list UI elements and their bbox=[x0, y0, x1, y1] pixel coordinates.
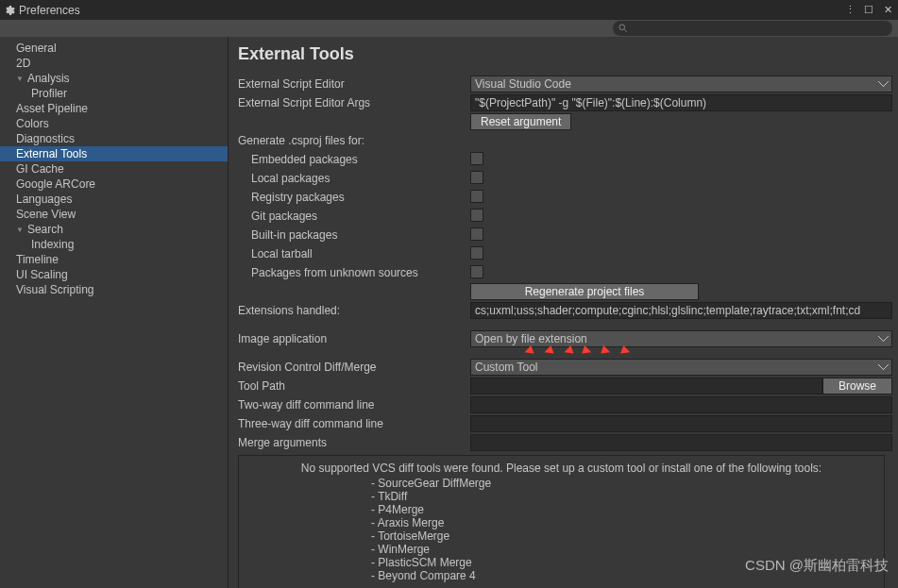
generate-csproj-label: Generate .csproj files for: bbox=[238, 134, 470, 147]
three-way-input[interactable] bbox=[470, 415, 892, 432]
gen-checkbox-packages-from-unknown-sources[interactable] bbox=[470, 265, 483, 278]
gen-item-label: Packages from unknown sources bbox=[238, 266, 470, 279]
gen-item-label: Built-in packages bbox=[238, 228, 470, 242]
two-way-label: Two-way diff command line bbox=[238, 398, 470, 412]
gen-checkbox-local-packages[interactable] bbox=[470, 171, 483, 184]
close-icon[interactable]: ✕ bbox=[881, 4, 894, 17]
browse-button[interactable]: Browse bbox=[822, 378, 892, 395]
sidebar-item-timeline[interactable]: Timeline bbox=[0, 252, 228, 267]
vcs-tool-item: P4Merge bbox=[371, 503, 874, 516]
svg-line-1 bbox=[624, 29, 627, 32]
annotation-arrows: ◄◄◄►►► bbox=[521, 342, 634, 358]
gen-item-label: Embedded packages bbox=[238, 153, 470, 166]
maximize-icon[interactable]: ☐ bbox=[862, 4, 875, 17]
gen-item-label: Git packages bbox=[238, 210, 470, 223]
svg-point-0 bbox=[619, 25, 625, 30]
two-way-input[interactable] bbox=[470, 396, 892, 413]
gen-checkbox-git-packages[interactable] bbox=[470, 209, 483, 222]
gen-item-label: Local packages bbox=[238, 172, 470, 185]
window-title: Preferences bbox=[19, 4, 843, 17]
revision-control-label: Revision Control Diff/Merge bbox=[238, 361, 470, 374]
window-menu-icon[interactable]: ⋮ bbox=[843, 4, 856, 17]
vcs-tool-item: TkDiff bbox=[371, 490, 874, 503]
tool-path-label: Tool Path bbox=[238, 379, 470, 393]
gear-icon bbox=[4, 5, 15, 16]
sidebar: General2DAnalysisProfilerAsset PipelineC… bbox=[0, 37, 229, 588]
editor-args-label: External Script Editor Args bbox=[238, 96, 470, 109]
sidebar-item-analysis[interactable]: Analysis bbox=[0, 71, 228, 86]
gen-checkbox-local-tarball[interactable] bbox=[470, 246, 483, 260]
sidebar-item-external-tools[interactable]: External Tools bbox=[0, 146, 228, 161]
sidebar-item-google-arcore[interactable]: Google ARCore bbox=[0, 176, 228, 192]
sidebar-item-search[interactable]: Search bbox=[0, 222, 228, 237]
page-title: External Tools bbox=[238, 44, 892, 64]
gen-item-label: Registry packages bbox=[238, 191, 470, 204]
sidebar-item-languages[interactable]: Languages bbox=[0, 192, 228, 207]
merge-args-label: Merge arguments bbox=[238, 436, 470, 449]
vcs-tool-item: PlasticSCM Merge bbox=[371, 556, 874, 569]
tool-path-input[interactable] bbox=[470, 378, 822, 395]
gen-checkbox-built-in-packages[interactable] bbox=[470, 227, 483, 241]
sidebar-item-indexing[interactable]: Indexing bbox=[0, 237, 228, 252]
sidebar-item-gi-cache[interactable]: GI Cache bbox=[0, 161, 228, 176]
script-editor-select[interactable]: Visual Studio Code bbox=[470, 76, 892, 92]
sidebar-item-ui-scaling[interactable]: UI Scaling bbox=[0, 267, 228, 282]
image-app-label: Image application bbox=[238, 332, 470, 345]
script-editor-label: External Script Editor bbox=[238, 77, 470, 91]
sidebar-item-asset-pipeline[interactable]: Asset Pipeline bbox=[0, 101, 228, 116]
sidebar-item-general[interactable]: General bbox=[0, 41, 228, 56]
content-panel: External Tools External Script Editor Vi… bbox=[229, 37, 898, 588]
titlebar: Preferences ⋮ ☐ ✕ bbox=[0, 0, 898, 20]
sidebar-item-visual-scripting[interactable]: Visual Scripting bbox=[0, 282, 228, 297]
sidebar-item-diagnostics[interactable]: Diagnostics bbox=[0, 131, 228, 146]
sidebar-item-2d[interactable]: 2D bbox=[0, 56, 228, 71]
editor-args-input[interactable] bbox=[470, 94, 892, 111]
reset-argument-button[interactable]: Reset argument bbox=[470, 113, 571, 130]
extensions-label: Extensions handled: bbox=[238, 304, 470, 317]
search-bar bbox=[0, 20, 898, 37]
search-icon bbox=[618, 23, 630, 34]
extensions-input[interactable] bbox=[470, 302, 892, 319]
regenerate-button[interactable]: Regenerate project files bbox=[470, 283, 699, 300]
vcs-tool-item: TortoiseMerge bbox=[371, 529, 874, 543]
three-way-label: Three-way diff command line bbox=[238, 417, 470, 430]
vcs-tool-item: SourceGear DiffMerge bbox=[371, 477, 874, 490]
gen-item-label: Local tarball bbox=[238, 247, 470, 260]
vcs-info-box: No supported VCS diff tools were found. … bbox=[238, 455, 885, 588]
gen-checkbox-registry-packages[interactable] bbox=[470, 190, 483, 203]
sidebar-item-profiler[interactable]: Profiler bbox=[0, 86, 228, 101]
gen-checkbox-embedded-packages[interactable] bbox=[470, 152, 483, 165]
revision-control-select[interactable]: Custom Tool bbox=[470, 359, 892, 376]
sidebar-item-colors[interactable]: Colors bbox=[0, 116, 228, 131]
vcs-tool-item: Araxis Merge bbox=[371, 516, 874, 529]
search-input[interactable] bbox=[613, 21, 892, 36]
sidebar-item-scene-view[interactable]: Scene View bbox=[0, 207, 228, 222]
vcs-info-text: No supported VCS diff tools were found. … bbox=[248, 462, 874, 475]
vcs-tool-item: WinMerge bbox=[371, 543, 874, 556]
merge-args-input[interactable] bbox=[470, 434, 892, 451]
vcs-tool-item: Beyond Compare 4 bbox=[371, 569, 874, 582]
